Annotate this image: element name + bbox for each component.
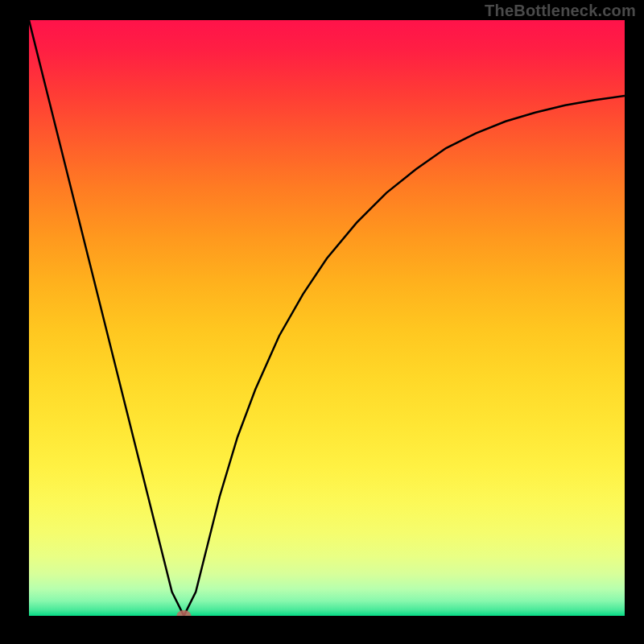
chart-svg bbox=[29, 20, 625, 616]
curve-line bbox=[29, 20, 625, 616]
watermark-text: TheBottleneck.com bbox=[485, 2, 636, 20]
chart-container: TheBottleneck.com bbox=[0, 0, 644, 644]
plot-area bbox=[29, 20, 625, 616]
minimum-marker bbox=[176, 610, 191, 616]
